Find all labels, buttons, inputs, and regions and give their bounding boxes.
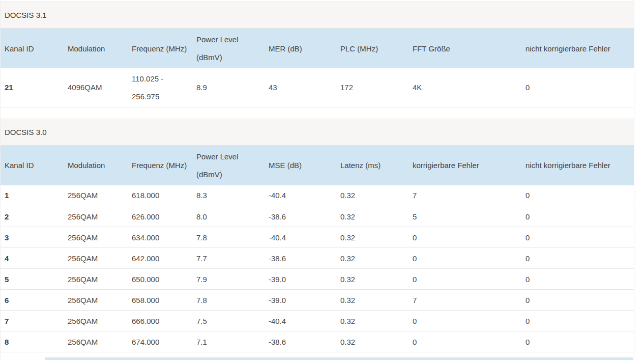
cell: 0 xyxy=(521,206,634,227)
cell: 110.025 - 256.975 xyxy=(128,68,192,107)
cell: 256QAM xyxy=(64,331,128,352)
cell: 2 xyxy=(1,206,64,227)
column-header-6: korrigierbare Fehler xyxy=(408,146,521,185)
cell: 172 xyxy=(336,68,408,107)
column-header-7: nicht korrigierbare Fehler xyxy=(521,146,634,185)
column-header-1: Modulation xyxy=(64,146,128,185)
cell: 5 xyxy=(1,269,64,290)
cell: 256QAM xyxy=(64,185,128,206)
cell: 0 xyxy=(521,269,634,290)
cell: 0 xyxy=(521,68,634,107)
cell: 43 xyxy=(265,68,336,107)
cell: 0.32 xyxy=(336,248,408,269)
cell: -40.4 xyxy=(265,227,336,248)
cell: 256QAM xyxy=(64,269,128,290)
column-header-0: Kanal ID xyxy=(1,146,64,185)
cell: 626.000 xyxy=(128,206,192,227)
cell: 674.000 xyxy=(128,331,192,352)
cell: 0.32 xyxy=(336,227,408,248)
cell: 256QAM xyxy=(64,290,128,311)
cell: 0 xyxy=(408,331,521,352)
header-row: Kanal IDModulationFrequenz (MHz)Power Le… xyxy=(1,29,634,68)
docsis-30-section-header: DOCSIS 3.0 xyxy=(1,119,634,146)
column-header-3: Power Level (dBmV) xyxy=(192,29,265,68)
docsis-31-section-header: DOCSIS 3.1 xyxy=(1,2,634,29)
cell: 8.3 xyxy=(192,185,265,206)
column-header-0: Kanal ID xyxy=(1,29,64,68)
cell: 7.7 xyxy=(192,248,265,269)
next-table-header-peek xyxy=(45,357,633,360)
cell: 0 xyxy=(521,248,634,269)
column-header-6: FFT Größe xyxy=(408,29,521,68)
cell: 7.9 xyxy=(192,269,265,290)
cell: -40.4 xyxy=(265,185,336,206)
cell: 7 xyxy=(408,185,521,206)
cell: 256QAM xyxy=(64,227,128,248)
column-header-4: MER (dB) xyxy=(265,29,336,68)
cell: -40.4 xyxy=(265,311,336,331)
docsis-30-section-title: DOCSIS 3.0 xyxy=(5,128,47,136)
cell: 0.32 xyxy=(336,269,408,290)
cell: 0 xyxy=(408,227,521,248)
docsis-31-section: DOCSIS 3.1 Kanal IDModulationFrequenz (M… xyxy=(1,2,634,107)
table-row: 7256QAM666.0007.5-40.40.3200 xyxy=(1,311,634,331)
column-header-1: Modulation xyxy=(64,29,128,68)
cell: -39.0 xyxy=(265,290,336,311)
header-row: Kanal IDModulationFrequenz (MHz)Power Le… xyxy=(1,146,634,185)
cell: 256QAM xyxy=(64,206,128,227)
cell: 7.1 xyxy=(192,331,265,352)
docsis-channel-status-page: DOCSIS 3.1 Kanal IDModulationFrequenz (M… xyxy=(0,0,634,360)
cell: 3 xyxy=(1,227,64,248)
docsis-30-table: Kanal IDModulationFrequenz (MHz)Power Le… xyxy=(1,146,634,353)
cell: 8.0 xyxy=(192,206,265,227)
column-header-7: nicht korrigierbare Fehler xyxy=(521,29,634,68)
cell: 0 xyxy=(521,331,634,352)
table-row: 4256QAM642.0007.7-38.60.3200 xyxy=(1,248,634,269)
cell: 0.32 xyxy=(336,185,408,206)
cell: 0.32 xyxy=(336,311,408,331)
cell: 7.5 xyxy=(192,311,265,331)
cell: 4K xyxy=(408,68,521,107)
cell: -38.6 xyxy=(265,331,336,352)
cell: 7.8 xyxy=(192,227,265,248)
cell: 1 xyxy=(1,185,64,206)
docsis-30-section: DOCSIS 3.0 Kanal IDModulationFrequenz (M… xyxy=(1,119,634,353)
cell: 618.000 xyxy=(128,185,192,206)
docsis-31-table: Kanal IDModulationFrequenz (MHz)Power Le… xyxy=(1,29,634,107)
cell: -39.0 xyxy=(265,269,336,290)
cell: 7.8 xyxy=(192,290,265,311)
cell: 0 xyxy=(521,311,634,331)
table-row: 3256QAM634.0007.8-40.40.3200 xyxy=(1,227,634,248)
cell: 650.000 xyxy=(128,269,192,290)
table-row: 1256QAM618.0008.3-40.40.3270 xyxy=(1,185,634,206)
cell: 4 xyxy=(1,248,64,269)
table-row: 2256QAM626.0008.0-38.60.3250 xyxy=(1,206,634,227)
cell: 8 xyxy=(1,331,64,352)
column-header-5: PLC (MHz) xyxy=(336,29,408,68)
cell: 0.32 xyxy=(336,290,408,311)
cell: 7 xyxy=(408,290,521,311)
cell: 634.000 xyxy=(128,227,192,248)
cell: 0 xyxy=(408,269,521,290)
cell: 0 xyxy=(521,290,634,311)
cell: 0 xyxy=(408,248,521,269)
table-row: 5256QAM650.0007.9-39.00.3200 xyxy=(1,269,634,290)
cell: 0 xyxy=(521,185,634,206)
table-row: 8256QAM674.0007.1-38.60.3200 xyxy=(1,331,634,352)
table-row: 6256QAM658.0007.8-39.00.3270 xyxy=(1,290,634,311)
docsis-31-section-title: DOCSIS 3.1 xyxy=(5,11,47,19)
cell: 4096QAM xyxy=(64,68,128,107)
column-header-4: MSE (dB) xyxy=(265,146,336,185)
cell: 0 xyxy=(408,311,521,331)
column-header-5: Latenz (ms) xyxy=(336,146,408,185)
cell: 0.32 xyxy=(336,206,408,227)
table-row: 214096QAM110.025 - 256.9758.9431724K0 xyxy=(1,68,634,107)
cell: 21 xyxy=(1,68,64,107)
cell: 6 xyxy=(1,290,64,311)
cell: -38.6 xyxy=(265,248,336,269)
cell: 8.9 xyxy=(192,68,265,107)
cell: 642.000 xyxy=(128,248,192,269)
cell: 666.000 xyxy=(128,311,192,331)
cell: 658.000 xyxy=(128,290,192,311)
cell: 256QAM xyxy=(64,311,128,331)
